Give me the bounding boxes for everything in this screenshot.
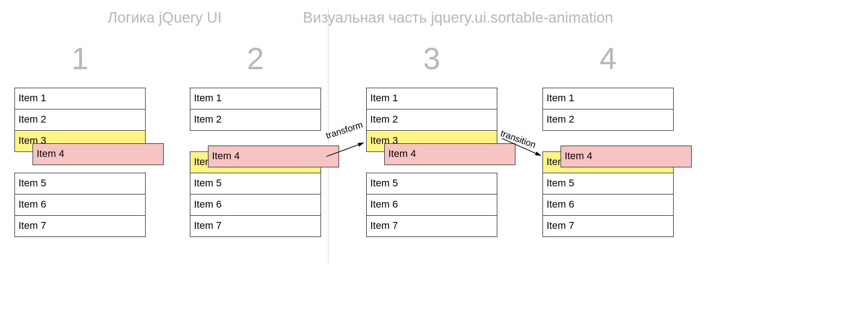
section-title-right: Визуальная часть jquery.ui.sortable-anim…: [303, 9, 613, 26]
dragged-item[interactable]: Item 4: [561, 146, 692, 167]
list-item[interactable]: Item 5: [190, 173, 321, 194]
list-item[interactable]: Item 5: [14, 173, 146, 194]
list-item[interactable]: Item 6: [542, 194, 674, 216]
list-item[interactable]: Item 5: [366, 173, 497, 194]
arrow-label-transform: transform: [325, 119, 364, 141]
dragged-item[interactable]: Item 4: [384, 143, 515, 165]
list-item[interactable]: Item 1: [190, 88, 321, 109]
list-item[interactable]: Item 7: [14, 215, 146, 237]
list-item[interactable]: Item 6: [366, 194, 497, 216]
list-item[interactable]: Item 7: [366, 215, 497, 237]
stage-number-1: 1: [14, 41, 146, 76]
list-item[interactable]: Item 1: [542, 88, 674, 109]
arrow-transform-icon: [326, 140, 366, 158]
list-item[interactable]: Item 7: [542, 215, 674, 237]
stage-number-2: 2: [190, 41, 321, 76]
list-item[interactable]: Item 1: [14, 88, 146, 109]
list-item[interactable]: Item 2: [542, 109, 674, 131]
list-item[interactable]: Item 1: [366, 88, 497, 109]
dragged-item[interactable]: Item 4: [33, 143, 164, 165]
list-item[interactable]: Item 5: [542, 173, 674, 194]
stage-number-4: 4: [542, 41, 674, 76]
list-item[interactable]: Item 2: [366, 109, 497, 131]
list-item[interactable]: Item 2: [190, 109, 321, 131]
list-item[interactable]: Item 6: [14, 194, 146, 216]
list-item[interactable]: Item 2: [14, 109, 146, 131]
list-item[interactable]: Item 6: [190, 194, 321, 216]
dragged-item[interactable]: Item 4: [208, 146, 339, 167]
list-item[interactable]: Item 7: [190, 215, 321, 237]
svg-line-0: [326, 143, 363, 156]
section-title-left: Логика jQuery UI: [108, 9, 222, 26]
stage-number-3: 3: [366, 41, 497, 76]
